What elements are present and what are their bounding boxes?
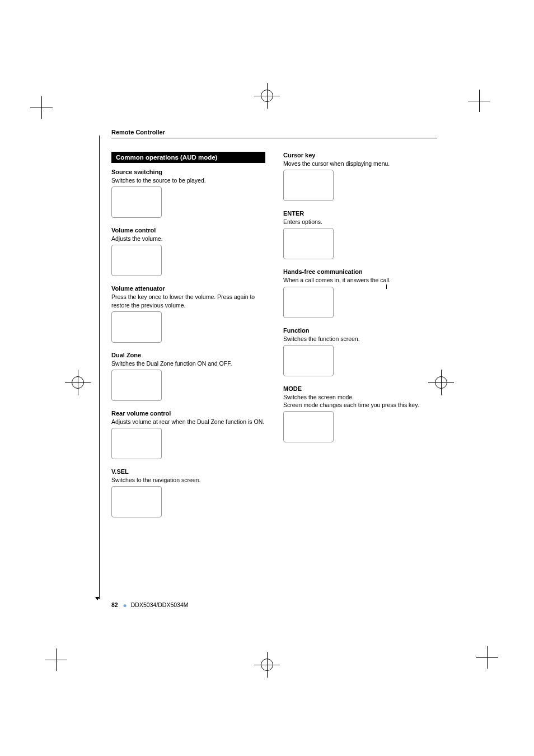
- bullet-icon: ●: [123, 601, 127, 609]
- remote-diagram-icon: [111, 311, 162, 343]
- item-text: Moves the cursor when displaying menu.: [283, 160, 437, 167]
- item-hands-free: Hands-free communication When a call com…: [283, 268, 437, 318]
- remote-diagram-icon: [111, 370, 162, 401]
- item-text: Adjusts the volume.: [111, 235, 265, 242]
- item-text: Switches to the source to be played.: [111, 176, 265, 184]
- guide-tick-icon: [386, 284, 387, 289]
- item-text: When a call comes in, it answers the cal…: [283, 276, 437, 284]
- item-title: MODE: [283, 385, 437, 392]
- item-source-switching: Source switching Switches to the source …: [111, 169, 265, 218]
- item-text: Adjusts volume at rear when the Dual Zon…: [111, 418, 265, 426]
- crop-mark-icon: [476, 646, 498, 669]
- item-function: Function Switches the function screen.: [283, 327, 437, 376]
- item-volume-control: Volume control Adjusts the volume.: [111, 227, 265, 276]
- item-dual-zone: Dual Zone Switches the Dual Zone functio…: [111, 352, 265, 401]
- crop-mark-icon: [468, 90, 490, 112]
- item-cursor-key: Cursor key Moves the cursor when display…: [283, 152, 437, 201]
- item-volume-attenuator: Volume attenuator Press the key once to …: [111, 285, 265, 342]
- crop-mark-icon: [30, 96, 53, 119]
- gutter-arrow-icon: [95, 597, 100, 600]
- remote-diagram-icon: [283, 228, 334, 259]
- item-title: Rear volume control: [111, 410, 265, 417]
- registration-mark-icon: [254, 652, 280, 678]
- item-title: Dual Zone: [111, 352, 265, 358]
- remote-diagram-icon: [111, 245, 162, 276]
- remote-diagram-icon: [283, 345, 334, 376]
- section-band: Common operations (AUD mode): [111, 152, 265, 163]
- item-title: ENTER: [283, 210, 437, 217]
- model-string: DDX5034/DDX5034M: [131, 601, 189, 608]
- page-footer: 82 ● DDX5034/DDX5034M: [111, 601, 189, 609]
- two-column-layout: Common operations (AUD mode) Source swit…: [111, 152, 437, 526]
- document-body: Remote Controller Common operations (AUD…: [111, 129, 437, 526]
- remote-diagram-icon: [111, 186, 162, 218]
- remote-diagram-icon: [111, 486, 162, 517]
- item-mode: MODE Switches the screen mode. Screen mo…: [283, 385, 437, 442]
- page: Remote Controller Common operations (AUD…: [0, 0, 534, 756]
- item-title: V.SEL: [111, 468, 265, 475]
- item-text: Switches the screen mode. Screen mode ch…: [283, 393, 437, 409]
- item-title: Volume attenuator: [111, 285, 265, 292]
- item-title: Volume control: [111, 227, 265, 234]
- item-enter: ENTER Enters options.: [283, 210, 437, 259]
- remote-diagram-icon: [111, 428, 162, 459]
- item-text: Switches the Dual Zone function ON and O…: [111, 360, 265, 367]
- item-title: Source switching: [111, 169, 265, 175]
- registration-mark-icon: [254, 83, 280, 109]
- right-column: Cursor key Moves the cursor when display…: [283, 152, 437, 526]
- item-vsel: V.SEL Switches to the navigation screen.: [111, 468, 265, 517]
- remote-diagram-icon: [283, 411, 334, 442]
- running-head: Remote Controller: [111, 129, 437, 138]
- item-rear-volume: Rear volume control Adjusts volume at re…: [111, 410, 265, 459]
- remote-diagram-icon: [283, 287, 334, 318]
- remote-diagram-icon: [283, 170, 334, 201]
- item-title: Hands-free communication: [283, 268, 437, 275]
- item-text: Enters options.: [283, 218, 437, 226]
- left-column: Common operations (AUD mode) Source swit…: [111, 152, 265, 526]
- item-text: Switches the function screen.: [283, 335, 437, 343]
- item-title: Cursor key: [283, 152, 437, 158]
- item-text: Switches to the navigation screen.: [111, 476, 265, 484]
- registration-mark-icon: [65, 370, 91, 395]
- crop-mark-icon: [45, 648, 67, 671]
- item-text: Press the key once to lower the volume. …: [111, 293, 265, 309]
- item-title: Function: [283, 327, 437, 334]
- page-number: 82: [111, 601, 118, 608]
